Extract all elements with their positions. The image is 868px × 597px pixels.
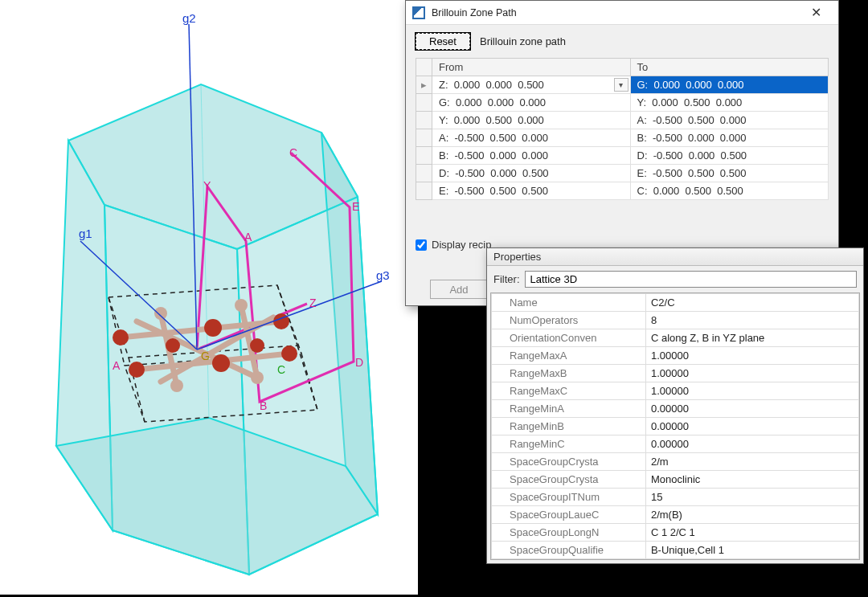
property-name: SpaceGroupQualifie: [492, 542, 646, 559]
property-name: RangeMinA: [492, 400, 646, 418]
to-cell[interactable]: G: 0.000 0.000 0.000: [630, 76, 829, 94]
to-cell[interactable]: D: -0.500 0.000 0.500: [630, 147, 829, 165]
from-cell[interactable]: Y: 0.000 0.500 0.000: [432, 112, 631, 129]
property-value[interactable]: Monoclinic: [645, 471, 858, 489]
from-cell[interactable]: Z: 0.000 0.000 0.500▾: [432, 76, 631, 94]
property-value[interactable]: B-Unique,Cell 1: [645, 542, 858, 559]
to-cell[interactable]: C: 0.000 0.500 0.500: [630, 182, 829, 200]
property-value[interactable]: C2/C: [645, 294, 858, 312]
property-row[interactable]: RangeMinB0.00000: [492, 418, 859, 435]
property-value[interactable]: 0.00000: [645, 400, 858, 418]
svg-text:A: A: [244, 231, 252, 243]
property-row[interactable]: SpaceGroupITNum15: [492, 489, 859, 506]
property-row[interactable]: OrientationConvenC along Z, B in YZ plan…: [492, 329, 859, 347]
from-cell[interactable]: E: -0.500 0.500 0.500: [432, 182, 631, 200]
bz-3d-viewport[interactable]: g1 g2 g3 G Z Y A B C D E C A: [0, 0, 418, 595]
property-value[interactable]: 15: [645, 489, 858, 506]
properties-title[interactable]: Properties: [487, 248, 863, 266]
from-cell[interactable]: D: -0.500 0.000 0.500: [432, 165, 631, 182]
display-recip-checkbox[interactable]: [416, 239, 427, 251]
svg-text:C: C: [289, 146, 297, 159]
row-indicator: ▸: [416, 76, 432, 94]
property-row[interactable]: SpaceGroupLongNC 1 2/C 1: [492, 524, 859, 542]
table-row[interactable]: ▸Z: 0.000 0.000 0.500▾G: 0.000 0.000 0.0…: [416, 76, 829, 94]
dialog-title: Brillouin Zone Path: [432, 7, 800, 18]
property-row[interactable]: NameC2/C: [492, 294, 859, 312]
property-value[interactable]: 2/m: [645, 453, 858, 471]
row-indicator: [416, 182, 432, 200]
property-row[interactable]: RangeMaxB1.00000: [492, 365, 859, 382]
property-value[interactable]: 0.00000: [645, 435, 858, 453]
property-row[interactable]: RangeMinA0.00000: [492, 400, 859, 418]
property-value[interactable]: 1.00000: [645, 365, 858, 382]
svg-text:D: D: [355, 356, 363, 369]
table-row[interactable]: E: -0.500 0.500 0.500C: 0.000 0.500 0.50…: [416, 182, 829, 200]
property-value[interactable]: C along Z, B in YZ plane: [645, 329, 858, 347]
table-row[interactable]: A: -0.500 0.500 0.000B: -0.500 0.000 0.0…: [416, 129, 829, 147]
bz-path-table[interactable]: From To ▸Z: 0.000 0.000 0.500▾G: 0.000 0…: [416, 58, 829, 200]
property-value[interactable]: 2/m(B): [645, 506, 858, 524]
svg-point-31: [251, 371, 264, 384]
property-row[interactable]: SpaceGroupCrystaMonoclinic: [492, 471, 859, 489]
property-value[interactable]: C 1 2/C 1: [645, 524, 858, 542]
property-row[interactable]: NumOperators8: [492, 312, 859, 329]
property-name: RangeMinB: [492, 418, 646, 435]
dialog-titlebar[interactable]: Brillouin Zone Path ✕: [406, 1, 838, 25]
property-name: SpaceGroupCrysta: [492, 453, 646, 471]
property-row[interactable]: RangeMaxC1.00000: [492, 382, 859, 400]
svg-text:E: E: [352, 200, 359, 213]
svg-point-22: [129, 362, 145, 378]
properties-grid[interactable]: NameC2/CNumOperators8OrientationConvenC …: [490, 292, 860, 560]
section-label: Brillouin zone path: [480, 35, 566, 47]
add-button[interactable]: Add: [430, 280, 488, 299]
from-cell[interactable]: G: 0.000 0.000 0.000: [432, 94, 631, 112]
row-indicator: [416, 165, 432, 182]
from-cell[interactable]: A: -0.500 0.500 0.000: [432, 129, 631, 147]
property-name: OrientationConven: [492, 329, 646, 347]
property-value[interactable]: 8: [645, 312, 858, 329]
property-row[interactable]: SpaceGroupLaueC2/m(B): [492, 506, 859, 524]
to-cell[interactable]: E: -0.500 0.500 0.500: [630, 165, 829, 182]
svg-point-20: [113, 329, 129, 346]
to-cell[interactable]: A: -0.500 0.500 0.000: [630, 112, 829, 129]
table-row[interactable]: D: -0.500 0.000 0.500E: -0.500 0.500 0.5…: [416, 165, 829, 182]
table-row[interactable]: Y: 0.000 0.500 0.000A: -0.500 0.500 0.00…: [416, 112, 829, 129]
property-name: SpaceGroupCrysta: [492, 471, 646, 489]
to-cell[interactable]: Y: 0.000 0.500 0.000: [630, 94, 829, 112]
svg-point-26: [166, 338, 180, 353]
axis-label-g2: g2: [182, 11, 196, 25]
property-row[interactable]: RangeMaxA1.00000: [492, 347, 859, 365]
property-name: RangeMaxC: [492, 382, 646, 400]
table-row[interactable]: B: -0.500 0.000 0.000D: -0.500 0.000 0.5…: [416, 147, 829, 165]
property-name: RangeMinC: [492, 435, 646, 453]
row-indicator: [416, 129, 432, 147]
property-name: SpaceGroupLongN: [492, 524, 646, 542]
property-name: RangeMaxA: [492, 347, 646, 365]
col-from[interactable]: From: [432, 59, 631, 76]
close-button[interactable]: ✕: [800, 1, 832, 24]
row-indicator: [416, 147, 432, 165]
svg-text:G: G: [201, 350, 210, 362]
property-value[interactable]: 0.00000: [645, 418, 858, 435]
property-name: NumOperators: [492, 312, 646, 329]
property-name: RangeMaxB: [492, 365, 646, 382]
svg-point-28: [154, 307, 167, 320]
col-to[interactable]: To: [630, 59, 829, 76]
svg-text:Z: Z: [309, 296, 317, 309]
from-cell[interactable]: B: -0.500 0.000 0.000: [432, 147, 631, 165]
property-name: SpaceGroupITNum: [492, 489, 646, 506]
dropdown-caret-icon[interactable]: ▾: [614, 78, 628, 92]
property-row[interactable]: SpaceGroupCrysta2/m: [492, 453, 859, 471]
to-cell[interactable]: B: -0.500 0.000 0.000: [630, 129, 829, 147]
reset-button[interactable]: Reset: [416, 33, 470, 50]
table-row[interactable]: G: 0.000 0.000 0.000Y: 0.000 0.500 0.000: [416, 94, 829, 112]
property-row[interactable]: SpaceGroupQualifieB-Unique,Cell 1: [492, 542, 859, 559]
property-value[interactable]: 1.00000: [645, 382, 858, 400]
properties-panel: Properties Filter: NameC2/CNumOperators8…: [486, 247, 864, 564]
filter-label: Filter:: [493, 273, 520, 285]
property-value[interactable]: 1.00000: [645, 347, 858, 365]
axis-label-g3: g3: [376, 268, 390, 282]
filter-input[interactable]: [525, 271, 858, 288]
svg-text:A: A: [113, 359, 121, 372]
property-row[interactable]: RangeMinC0.00000: [492, 435, 859, 453]
